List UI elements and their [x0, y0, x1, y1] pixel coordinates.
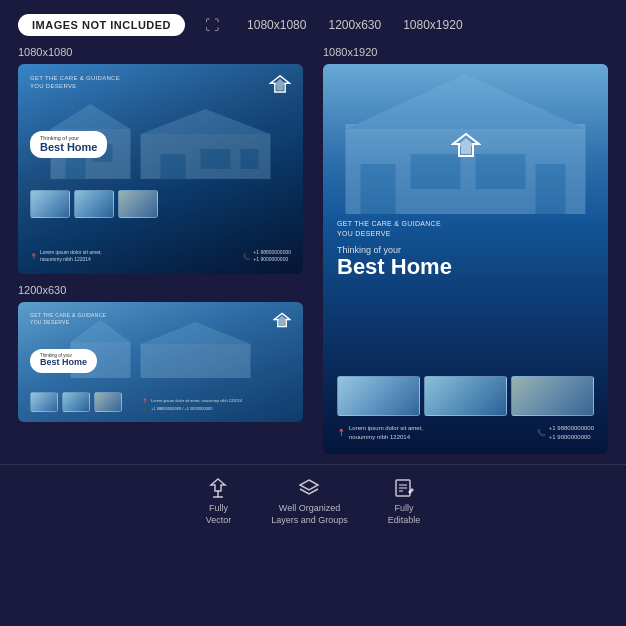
section-label-1920: 1080x1920 — [323, 46, 608, 58]
thumbs-row-1080 — [30, 190, 291, 218]
thumb-3 — [118, 190, 158, 218]
thumb-1920-1 — [337, 376, 420, 416]
phone-text-1080: +1 98800000000+1 9000000000 — [253, 249, 291, 264]
size-label-1920: 1080x1920 — [403, 18, 462, 32]
thumbs-row-1920 — [337, 376, 594, 416]
card-1920-top-section: GET THE CARE & GUIDANCE YOU DESERVE Thin… — [337, 76, 594, 279]
layers-icon — [298, 477, 320, 499]
tagline-big-1200: Best Home — [40, 358, 87, 368]
tagline-1920: Thinking of your Best Home — [337, 245, 594, 279]
logo-wrapper-1920 — [337, 131, 594, 159]
thumb-1200-1 — [30, 392, 58, 412]
contact-row-1080: 📍 Lorem ipsum dolor sit amet,nouummy nib… — [30, 249, 291, 264]
phone-icon-1080: 📞 — [243, 253, 250, 260]
phone-item-1080: 📞 +1 98800000000+1 9000000000 — [243, 249, 291, 264]
location-icon-1920: 📍 — [337, 429, 346, 437]
right-column: 1080x1920 — [313, 46, 608, 454]
contact-row-1920: 📍 Lorem ipsum dolor sit amet,nouummy nib… — [337, 424, 594, 442]
card-1080-content: GET THE CARE & GUIDANCE YOU DESERVE Thin… — [18, 64, 303, 274]
logo-icon-1080 — [269, 74, 291, 94]
card-1200-bottom: 📍 Lorem ipsum dolor sit amet, nouummy ni… — [30, 388, 291, 412]
top-bar: IMAGES NOT INCLUDED ⛶ 1080x1080 1200x630… — [0, 0, 626, 46]
tagline-box-1200: Thinking of your Best Home — [30, 349, 97, 373]
card-1200: GET THE CARE & GUIDANCE YOU DESERVE Thin… — [18, 302, 303, 422]
bottom-icons: FullyVector Well OrganizedLayers and Gro… — [0, 464, 626, 536]
phone-item-1920: 📞 +1 98800000000+1 9000000000 — [537, 424, 594, 442]
size-label-1200: 1200x630 — [328, 18, 381, 32]
phone-icon-1920: 📞 — [537, 429, 546, 437]
address-item-1200: 📍 Lorem ipsum dolor sit amet, nouummy ni… — [142, 398, 242, 404]
guidance-text-1080: GET THE CARE & GUIDANCE YOU DESERVE — [30, 74, 120, 91]
phone-text-1920: +1 98800000000+1 9000000000 — [549, 424, 594, 442]
vector-label: FullyVector — [206, 503, 232, 526]
phone-icon-1200: 📞 — [142, 406, 148, 412]
editable-label: FullyEditable — [388, 503, 421, 526]
tagline-wrapper-1920: Thinking of your Best Home — [337, 245, 594, 279]
logo-icon-1920 — [451, 131, 481, 159]
thumb-2 — [74, 190, 114, 218]
bottom-icon-layers: Well OrganizedLayers and Groups — [271, 477, 348, 526]
address-item-1920: 📍 Lorem ipsum dolor sit amet,nouummy nib… — [337, 424, 423, 442]
section-label-1080: 1080x1080 — [18, 46, 303, 58]
thumbs-row-1200 — [30, 392, 122, 412]
section-label-1200: 1200x630 — [18, 284, 303, 296]
bottom-icon-editable: FullyEditable — [388, 477, 421, 526]
images-not-included-badge: IMAGES NOT INCLUDED — [18, 14, 185, 36]
main-grid: 1080x1080 GET THE CARE & GUIDANCE — [0, 46, 626, 454]
svg-marker-28 — [300, 480, 318, 490]
location-icon-1080: 📍 — [30, 253, 37, 260]
card-1920-content: GET THE CARE & GUIDANCE YOU DESERVE Thin… — [323, 64, 608, 454]
svg-marker-25 — [211, 479, 225, 491]
tagline-box-1080: Thinking of your Best Home — [30, 131, 107, 158]
address-text-1080: Lorem ipsum dolor sit amet,nouummy nibh … — [40, 249, 102, 264]
vector-icon — [207, 477, 229, 499]
thumb-1 — [30, 190, 70, 218]
thumb-1920-2 — [424, 376, 507, 416]
size-labels: 1080x1080 1200x630 1080x1920 — [247, 18, 463, 32]
expand-icon[interactable]: ⛶ — [205, 17, 219, 33]
phone-text-1200: +1 98800000000 / +1 9000000000 — [151, 406, 212, 412]
tagline-big-1080: Best Home — [40, 141, 97, 153]
address-text-1200: Lorem ipsum dolor sit amet, nouummy nibh… — [151, 398, 242, 404]
card-1200-top: GET THE CARE & GUIDANCE YOU DESERVE — [30, 312, 291, 328]
logo-icon-1200 — [273, 312, 291, 328]
layers-label: Well OrganizedLayers and Groups — [271, 503, 348, 526]
guidance-text-1200: GET THE CARE & GUIDANCE YOU DESERVE — [30, 312, 106, 326]
card-1920: GET THE CARE & GUIDANCE YOU DESERVE Thin… — [323, 64, 608, 454]
thumb-1920-3 — [511, 376, 594, 416]
contact-1200: 📍 Lorem ipsum dolor sit amet, nouummy ni… — [142, 398, 242, 412]
address-item-1080: 📍 Lorem ipsum dolor sit amet,nouummy nib… — [30, 249, 102, 264]
phone-item-1200: 📞 +1 98800000000 / +1 9000000000 — [142, 406, 242, 412]
bottom-icon-vector: FullyVector — [206, 477, 232, 526]
tagline-wrapper-1200: Thinking of your Best Home — [30, 345, 291, 373]
left-column: 1080x1080 GET THE CARE & GUIDANCE — [18, 46, 313, 454]
thumb-1200-3 — [94, 392, 122, 412]
thumb-1200-2 — [62, 392, 90, 412]
card-1920-bottom-section: 📍 Lorem ipsum dolor sit amet,nouummy nib… — [337, 372, 594, 442]
tagline-big-1920: Best Home — [337, 255, 594, 279]
location-icon-1200: 📍 — [142, 398, 148, 404]
card-1200-content: GET THE CARE & GUIDANCE YOU DESERVE Thin… — [18, 302, 303, 422]
svg-marker-33 — [408, 488, 414, 494]
guidance-text-1920: GET THE CARE & GUIDANCE YOU DESERVE — [337, 219, 594, 239]
edit-icon — [393, 477, 415, 499]
card-1080: GET THE CARE & GUIDANCE YOU DESERVE Thin… — [18, 64, 303, 274]
address-text-1920: Lorem ipsum dolor sit amet,nouummy nibh … — [349, 424, 423, 442]
size-label-1080: 1080x1080 — [247, 18, 306, 32]
tagline-wrapper-1080: Thinking of your Best Home — [30, 127, 291, 158]
card-1080-top: GET THE CARE & GUIDANCE YOU DESERVE — [30, 74, 291, 94]
